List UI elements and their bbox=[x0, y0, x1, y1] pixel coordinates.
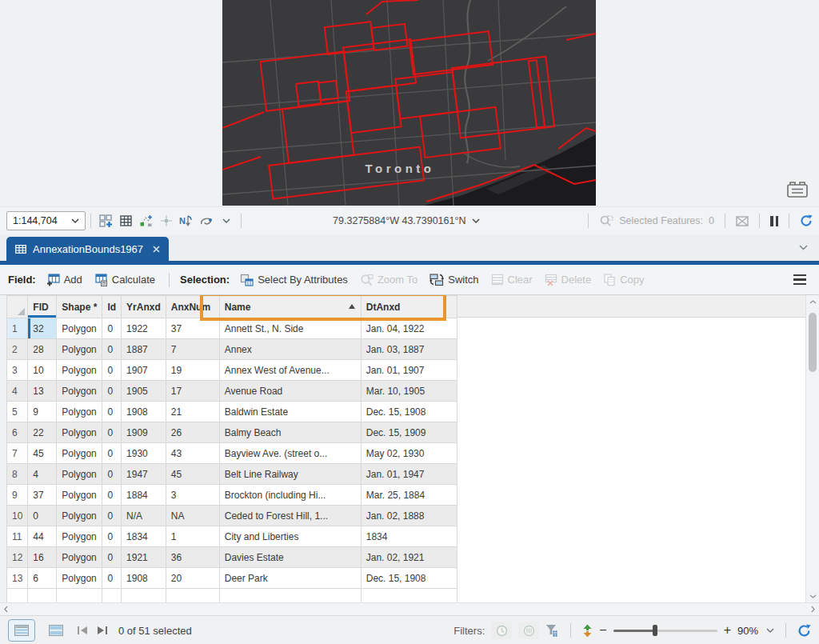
table-cell[interactable]: Jan. 01, 1947 bbox=[361, 464, 457, 485]
catalog-drawer-icon[interactable] bbox=[785, 178, 809, 200]
zoom-in-icon[interactable]: + bbox=[724, 624, 731, 637]
row-number[interactable]: 4 bbox=[7, 381, 28, 402]
table-cell[interactable]: 4 bbox=[28, 464, 57, 485]
last-record-icon[interactable] bbox=[96, 626, 108, 635]
table-cell[interactable]: 43 bbox=[166, 443, 219, 464]
calculate-field-button[interactable]: Calculate bbox=[91, 271, 158, 289]
column-header-shape[interactable]: Shape * bbox=[57, 296, 102, 318]
refresh-icon[interactable] bbox=[800, 214, 813, 227]
close-icon[interactable] bbox=[153, 246, 160, 253]
table-cell[interactable]: 28 bbox=[28, 339, 57, 360]
table-cell[interactable]: 0 bbox=[102, 443, 122, 464]
zoom-slider[interactable] bbox=[613, 625, 717, 636]
horizontal-scrollbar[interactable] bbox=[0, 602, 819, 615]
select-by-attributes-button[interactable]: Select By Attributes bbox=[237, 271, 351, 289]
map-coordinates[interactable]: 79.3275884°W 43.7390161°N bbox=[333, 215, 480, 226]
row-number[interactable]: 7 bbox=[7, 443, 28, 464]
table-cell[interactable]: Davies Estate bbox=[219, 547, 361, 568]
table-cell[interactable]: Jan. 04, 1922 bbox=[361, 318, 457, 339]
table-cell[interactable]: 0 bbox=[28, 506, 57, 526]
first-record-icon[interactable] bbox=[77, 626, 89, 635]
table-cell[interactable]: Belt Line Railway bbox=[219, 464, 361, 485]
edit-vertices-icon[interactable] bbox=[136, 211, 156, 231]
sort-extent-icon[interactable] bbox=[582, 624, 593, 638]
table-cell[interactable]: City and Liberties bbox=[219, 526, 361, 547]
table-cell[interactable]: 45 bbox=[166, 464, 219, 485]
attribute-filter-icon[interactable] bbox=[545, 624, 559, 637]
form-view-button[interactable] bbox=[42, 619, 70, 642]
table-cell[interactable]: 1908 bbox=[122, 402, 166, 422]
table-cell[interactable]: Balmy Beach bbox=[219, 422, 361, 443]
row-number[interactable]: 6 bbox=[7, 422, 28, 443]
attribute-table-icon[interactable] bbox=[116, 211, 136, 231]
table-cell[interactable]: Polygon bbox=[57, 485, 102, 506]
table-cell[interactable]: 7 bbox=[166, 339, 219, 360]
table-cell[interactable]: Polygon bbox=[57, 443, 102, 464]
table-cell[interactable]: 45 bbox=[28, 443, 57, 464]
table-cell[interactable]: 0 bbox=[102, 422, 122, 443]
row-number[interactable]: 10 bbox=[7, 506, 28, 526]
pause-drawing-icon[interactable] bbox=[770, 216, 778, 226]
scroll-right-icon[interactable] bbox=[811, 606, 815, 613]
column-header-fid[interactable]: FID bbox=[28, 296, 57, 318]
table-cell[interactable]: Mar. 25, 1884 bbox=[361, 485, 457, 506]
table-cell[interactable]: Jan. 03, 1887 bbox=[361, 339, 457, 360]
table-cell[interactable]: Avenue Road bbox=[219, 381, 361, 402]
scroll-left-icon[interactable] bbox=[4, 606, 8, 613]
table-cell[interactable]: N/A bbox=[122, 506, 166, 526]
table-cell[interactable]: 0 bbox=[102, 485, 122, 506]
table-cell[interactable]: Jan. 02, 1888 bbox=[361, 506, 457, 526]
table-cell[interactable]: 16 bbox=[28, 547, 57, 568]
table-cell[interactable]: Annex West of Avenue... bbox=[219, 360, 361, 381]
table-cell[interactable]: Annett St., N. Side bbox=[219, 318, 361, 339]
table-cell[interactable]: 19 bbox=[166, 360, 219, 381]
table-cell[interactable]: Brockton (including Hi... bbox=[219, 485, 361, 506]
select-all-corner[interactable] bbox=[7, 296, 28, 318]
table-cell[interactable]: 1905 bbox=[122, 381, 166, 402]
row-number[interactable]: 9 bbox=[7, 485, 28, 506]
table-cell[interactable]: 1884 bbox=[122, 485, 166, 506]
table-cell[interactable]: Deer Park bbox=[219, 568, 361, 589]
table-cell[interactable]: May 02, 1930 bbox=[361, 443, 457, 464]
table-cell[interactable]: 1887 bbox=[122, 339, 166, 360]
table-cell[interactable]: 0 bbox=[102, 318, 122, 339]
table-cell[interactable]: 1922 bbox=[122, 318, 166, 339]
table-cell[interactable]: Jan. 01, 1907 bbox=[361, 360, 457, 381]
table-cell[interactable]: 20 bbox=[166, 568, 219, 589]
table-cell[interactable]: 36 bbox=[166, 547, 219, 568]
table-cell[interactable]: Polygon bbox=[57, 422, 102, 443]
table-cell[interactable]: 0 bbox=[102, 360, 122, 381]
table-cell[interactable]: 1834 bbox=[122, 526, 166, 547]
table-cell[interactable]: 0 bbox=[102, 526, 122, 547]
clip-extent-icon[interactable] bbox=[736, 216, 749, 226]
vertical-scrollbar-thumb[interactable] bbox=[809, 313, 817, 372]
table-cell[interactable]: 37 bbox=[166, 318, 219, 339]
chevron-down-icon[interactable] bbox=[799, 242, 808, 253]
table-cell[interactable]: 0 bbox=[102, 547, 122, 568]
column-header-yranxd[interactable]: YrAnxd bbox=[122, 296, 166, 318]
table-cell[interactable]: 1908 bbox=[122, 568, 166, 589]
table-cell[interactable]: 0 bbox=[102, 506, 122, 526]
table-cell[interactable]: 17 bbox=[166, 381, 219, 402]
table-cell[interactable]: 0 bbox=[102, 568, 122, 589]
slider-handle[interactable] bbox=[653, 625, 657, 636]
table-cell[interactable]: Polygon bbox=[57, 547, 102, 568]
table-cell[interactable]: 1947 bbox=[122, 464, 166, 485]
row-number[interactable]: 3 bbox=[7, 360, 28, 381]
table-cell[interactable]: 21 bbox=[166, 402, 219, 422]
table-cell[interactable]: Dec. 15, 1908 bbox=[361, 568, 457, 589]
row-number[interactable]: 5 bbox=[7, 402, 28, 422]
table-cell[interactable]: Bayview Ave. (street o... bbox=[219, 443, 361, 464]
table-cell[interactable]: 0 bbox=[102, 381, 122, 402]
chevron-down-icon[interactable] bbox=[216, 211, 236, 231]
table-cell[interactable]: 10 bbox=[28, 360, 57, 381]
refresh-table-icon[interactable] bbox=[797, 624, 811, 638]
table-cell[interactable]: Polygon bbox=[57, 464, 102, 485]
table-cell[interactable]: Polygon bbox=[57, 339, 102, 360]
table-cell[interactable]: Ceded to Forest Hill, 1... bbox=[219, 506, 361, 526]
column-header-dtanxd[interactable]: DtAnxd bbox=[361, 296, 457, 318]
table-cell[interactable]: Mar. 10, 1905 bbox=[361, 381, 457, 402]
table-cell[interactable]: Baldwin Estate bbox=[219, 402, 361, 422]
table-cell[interactable]: Polygon bbox=[57, 568, 102, 589]
table-cell[interactable]: Polygon bbox=[57, 402, 102, 422]
